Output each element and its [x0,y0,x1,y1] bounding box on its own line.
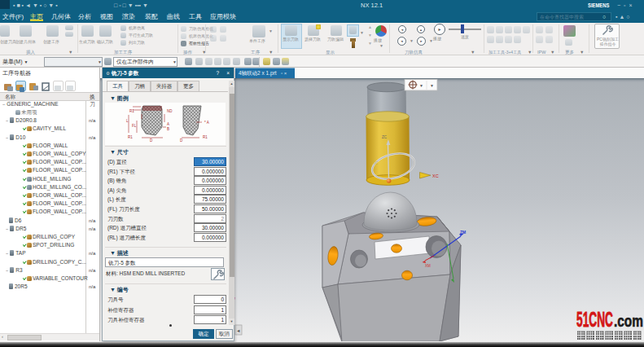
svg-text:▼: ▼ [419,83,423,88]
svg-text:ZM: ZM [460,230,466,235]
svg-text:* A: * A [204,121,209,125]
svg-text:ZC: ZC [382,135,388,139]
svg-text:▫ ×: ▫ × [281,71,287,76]
svg-text:51CNC: 51CNC [576,310,613,331]
svg-text:FL: FL [132,124,137,128]
svg-text:.com: .com [614,312,643,330]
svg-text:ND: ND [167,109,173,113]
svg-text:4轴联动2 x 1.prt: 4轴联动2 x 1.prt [239,70,277,77]
svg-text:XM: XM [425,264,431,268]
svg-text:▼: ▼ [430,83,434,88]
svg-text:◄: ◄ [236,328,240,333]
svg-text:R1: R1 [128,135,133,139]
svg-text:R1: R1 [203,135,208,139]
svg-text:YC: YC [373,161,379,165]
svg-text:B: B [167,127,169,131]
svg-text:A: A [167,122,169,126]
svg-text:XC: XC [432,174,439,178]
